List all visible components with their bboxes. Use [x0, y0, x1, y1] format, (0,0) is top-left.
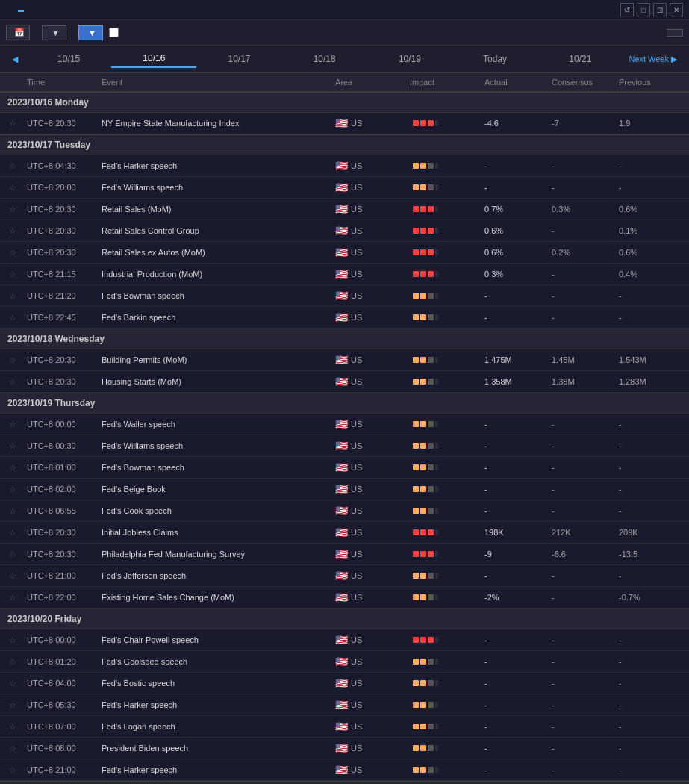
event-row[interactable]: ☆ UTC+8 02:00 Fed's Beige Book 🇺🇸US - - … [0, 479, 689, 500]
close-btn[interactable]: ✕ [670, 3, 683, 16]
event-row[interactable]: ☆ UTC+8 05:30 Fed's Harker speech 🇺🇸US -… [0, 694, 689, 716]
event-row[interactable]: ☆ UTC+8 20:30 Retail Sales Control Group… [0, 220, 689, 242]
day-nav-1021[interactable]: 10/21 [537, 51, 623, 67]
event-impact [407, 483, 481, 495]
event-previous: 0.1% [616, 225, 683, 237]
area-code: US [351, 377, 362, 386]
flag-icon: 🇺🇸 [335, 742, 348, 754]
event-time: UTC+8 21:00 [24, 570, 99, 582]
event-row[interactable]: ☆ UTC+8 20:00 Fed's Williams speech 🇺🇸US… [0, 177, 689, 199]
date-picker[interactable]: 📅 [6, 25, 30, 40]
event-time: UTC+8 02:00 [24, 483, 99, 495]
area-dropdown[interactable]: ▼ [78, 25, 103, 40]
next-week-label: Next Week [629, 55, 669, 63]
event-actual: 198K [481, 526, 549, 538]
area-code: US [351, 744, 362, 753]
event-row[interactable]: ☆ UTC+8 01:20 Fed's Goolsbee speech 🇺🇸US… [0, 651, 689, 673]
event-row[interactable]: ☆ UTC+8 01:00 Fed's Bowman speech 🇺🇸US -… [0, 457, 689, 479]
event-area: 🇺🇸US [332, 568, 407, 583]
event-row[interactable]: ☆ UTC+8 20:30 Retail Sales (MoM) 🇺🇸US 0.… [0, 199, 689, 220]
event-area: 🇺🇸US [332, 525, 407, 540]
area-code: US [351, 270, 362, 279]
event-actual: - [481, 570, 549, 582]
day-nav-1018[interactable]: 10/18 [282, 51, 367, 67]
chevron-left-icon: ◀ [12, 55, 18, 64]
area-code: US [351, 765, 362, 774]
event-impact [407, 117, 481, 129]
fav-input[interactable] [109, 28, 119, 37]
today-button[interactable]: Today [452, 51, 537, 67]
event-previous: - [616, 505, 683, 517]
event-row[interactable]: ☆ UTC+8 20:30 Philadelphia Fed Manufactu… [0, 544, 689, 565]
event-row[interactable]: ☆ UTC+8 07:00 Fed's Logan speech 🇺🇸US - … [0, 716, 689, 738]
top-bar: ↺ □ ⊡ ✕ [0, 0, 689, 20]
event-name: Fed's Jefferson speech [99, 570, 332, 582]
refresh-btn[interactable]: ↺ [620, 3, 634, 16]
date-section-1: 2023/10/17 Tuesday [0, 134, 689, 155]
event-impact [407, 225, 481, 237]
star-icon: ☆ [6, 268, 24, 281]
event-row[interactable]: ☆ UTC+8 22:45 Fed's Barkin speech 🇺🇸US -… [0, 307, 689, 329]
impact-dropdown[interactable]: ▼ [42, 25, 66, 40]
event-area: 🇺🇸US [332, 158, 407, 173]
event-previous: - [616, 742, 683, 754]
area-code: US [351, 635, 362, 644]
event-impact [407, 376, 481, 388]
event-consensus: - [549, 440, 616, 452]
event-row[interactable]: ☆ UTC+8 20:30 Housing Starts (MoM) 🇺🇸US … [0, 371, 689, 393]
event-previous: - [616, 461, 683, 473]
event-name: Fed's Goolsbee speech [99, 656, 332, 668]
star-icon: ☆ [6, 656, 24, 668]
event-name: Existing Home Sales Change (MoM) [99, 591, 332, 603]
event-row[interactable]: ☆ UTC+8 08:00 President Biden speech 🇺🇸U… [0, 738, 689, 759]
day-nav-1017[interactable]: 10/17 [196, 51, 281, 67]
tab-day[interactable] [6, 8, 12, 11]
event-consensus: - [549, 677, 616, 689]
event-name: Building Permits (MoM) [99, 354, 332, 366]
star-icon: ☆ [6, 742, 24, 755]
event-row[interactable]: ☆ UTC+8 22:00 Existing Home Sales Change… [0, 587, 689, 609]
star-icon: ☆ [6, 225, 24, 237]
event-name: NY Empire State Manufacturing Index [99, 117, 332, 129]
event-row[interactable]: ☆ UTC+8 04:30 Fed's Harker speech 🇺🇸US -… [0, 155, 689, 177]
flag-icon: 🇺🇸 [335, 418, 348, 430]
back-today-button[interactable] [667, 29, 683, 37]
event-row[interactable]: ☆ UTC+8 21:00 Fed's Jefferson speech 🇺🇸U… [0, 565, 689, 587]
day-nav-1016[interactable]: 10/16 [111, 50, 196, 68]
area-code: US [351, 700, 362, 709]
event-row[interactable]: ☆ UTC+8 04:00 Fed's Bostic speech 🇺🇸US -… [0, 673, 689, 694]
square-btn[interactable]: □ [637, 3, 650, 16]
next-week-button[interactable]: Next Week ▶ [623, 52, 683, 67]
event-row[interactable]: ☆ UTC+8 20:30 Building Permits (MoM) 🇺🇸U… [0, 349, 689, 371]
favorite-checkbox[interactable] [109, 28, 122, 37]
flag-icon: 🇺🇸 [335, 570, 348, 582]
star-icon: ☆ [6, 418, 24, 431]
event-actual: - [481, 418, 549, 430]
event-actual: 1.358M [481, 376, 549, 388]
star-icon: ☆ [6, 699, 24, 712]
event-row[interactable]: ☆ UTC+8 06:55 Fed's Cook speech 🇺🇸US - -… [0, 500, 689, 522]
area-code: US [351, 119, 362, 128]
event-row[interactable]: ☆ UTC+8 20:30 Initial Jobless Claims 🇺🇸U… [0, 522, 689, 544]
event-row[interactable]: ☆ UTC+8 00:30 Fed's Williams speech 🇺🇸US… [0, 435, 689, 457]
event-row[interactable]: ☆ UTC+8 20:30 NY Empire State Manufactur… [0, 113, 689, 134]
event-time: UTC+8 04:30 [24, 160, 99, 172]
tab-month[interactable] [18, 7, 24, 12]
event-row[interactable]: ☆ UTC+8 21:00 Fed's Harker speech 🇺🇸US -… [0, 759, 689, 781]
event-row[interactable]: ☆ UTC+8 21:15 Industrial Production (MoM… [0, 264, 689, 285]
event-row[interactable]: ☆ UTC+8 21:20 Fed's Bowman speech 🇺🇸US -… [0, 285, 689, 307]
event-row[interactable]: ☆ UTC+8 00:00 Fed's Waller speech 🇺🇸US -… [0, 414, 689, 435]
event-time: UTC+8 20:30 [24, 225, 99, 237]
event-row[interactable]: ☆ UTC+8 00:00 Fed's Chair Powell speech … [0, 629, 689, 651]
day-nav-1019[interactable]: 10/19 [367, 51, 452, 67]
event-name: Fed's Barkin speech [99, 311, 332, 323]
flag-icon: 🇺🇸 [335, 526, 348, 538]
event-area: 🇺🇸US [332, 547, 407, 561]
event-impact [407, 160, 481, 172]
grid-btn[interactable]: ⊡ [653, 3, 667, 16]
event-row[interactable]: ☆ UTC+8 20:30 Retail Sales ex Autos (MoM… [0, 242, 689, 264]
prev-week-button[interactable]: ◀ [6, 52, 26, 67]
event-previous: 0.4% [616, 268, 683, 280]
col-consensus: Consensus [549, 76, 616, 88]
day-nav-1015[interactable]: 10/15 [26, 51, 111, 67]
